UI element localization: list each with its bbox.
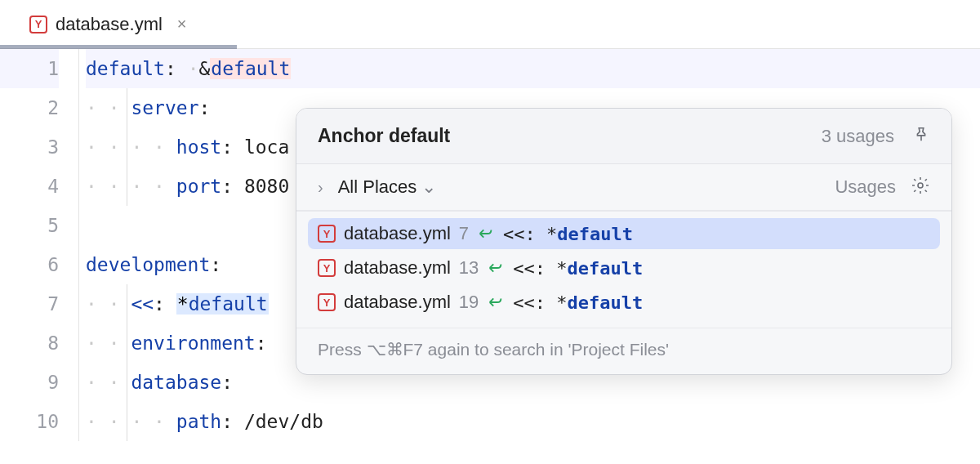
tab-bar: Y database.yml × (0, 0, 980, 49)
gutter-line: 7 (0, 284, 59, 323)
goto-icon (487, 293, 505, 311)
gutter-line: 1 (0, 49, 59, 88)
usages-label[interactable]: Usages (835, 176, 896, 198)
indent-guide (127, 88, 127, 206)
yaml-file-icon: Y (318, 259, 336, 277)
chevron-down-icon: ⌄ (421, 176, 436, 198)
gutter-line: 6 (0, 245, 59, 284)
gutter-line: 9 (0, 363, 59, 402)
gear-icon[interactable] (911, 176, 930, 199)
gutter-line: 5 (0, 206, 59, 245)
popup-toolbar: › All Places ⌄ Usages (296, 164, 951, 211)
usage-list: Y database.yml 7 <<: *default Y database… (296, 211, 951, 328)
yaml-file-icon: Y (318, 293, 336, 311)
usages-popup: Anchor default 3 usages › All Places ⌄ U… (296, 108, 952, 375)
scope-dropdown[interactable]: All Places ⌄ (338, 176, 437, 198)
gutter-line: 3 (0, 127, 59, 167)
gutter-line: 2 (0, 88, 59, 127)
gutter-line: 4 (0, 167, 59, 206)
goto-icon (477, 225, 495, 243)
code-line-10[interactable]: · · · · path: /dev/db (86, 402, 980, 441)
chevron-right-icon[interactable]: › (318, 178, 323, 197)
tab-filename: database.yml (56, 14, 163, 35)
svg-point-0 (918, 183, 923, 188)
popup-title: Anchor default (318, 125, 450, 147)
yaml-file-icon: Y (29, 16, 47, 33)
close-tab-icon[interactable]: × (177, 15, 187, 33)
goto-icon (487, 259, 505, 277)
shortcut-hint: ⌥⌘F7 (367, 340, 424, 359)
file-tab[interactable]: Y database.yml × (20, 7, 197, 42)
gutter-line: 8 (0, 323, 59, 363)
popup-header: Anchor default 3 usages (296, 109, 951, 164)
popup-footer: Press ⌥⌘F7 again to search in 'Project F… (296, 328, 951, 374)
usage-item[interactable]: Y database.yml 13 <<: *default (308, 252, 940, 283)
gutter-line: 10 (0, 402, 59, 441)
code-line-1[interactable]: default: ·&default (86, 49, 980, 88)
indent-guide (127, 284, 127, 441)
usages-count: 3 usages (822, 126, 894, 147)
usage-item[interactable]: Y database.yml 19 <<: *default (308, 287, 940, 318)
yaml-file-icon: Y (318, 225, 336, 243)
usage-item[interactable]: Y database.yml 7 <<: *default (308, 218, 940, 249)
gutter: 1 2 3 4 5 6 7 8 9 10 (0, 49, 78, 441)
pin-icon[interactable] (912, 126, 930, 147)
